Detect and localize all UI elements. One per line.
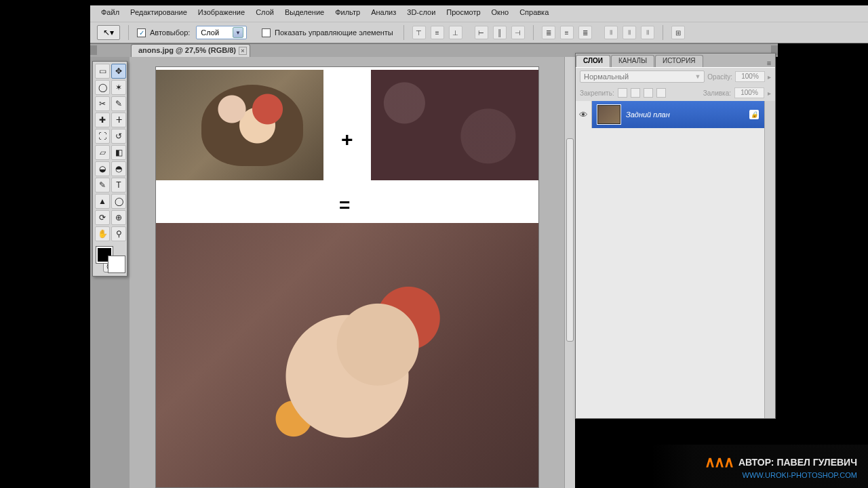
menu-image[interactable]: Изображение [193, 5, 250, 22]
menu-window[interactable]: Окно [486, 5, 515, 22]
blend-mode-dropdown[interactable]: Нормальный ▼ [580, 70, 705, 83]
fill-value[interactable]: 100% [734, 87, 764, 98]
document-canvas[interactable]: + = [156, 67, 538, 487]
menu-help[interactable]: Справка [514, 5, 554, 22]
layer-visibility-toggle[interactable]: 👁 [576, 101, 592, 128]
gradient-tool[interactable]: ◧ [111, 145, 126, 160]
document-tab[interactable]: anons.jpg @ 27,5% (RGB/8) × [131, 44, 250, 58]
layer-row[interactable]: 👁 Задний план 🔒 [576, 101, 764, 128]
distribute-hcenter-button[interactable]: ⦀ [623, 26, 636, 39]
distribute-vcenter-button[interactable]: ≡ [560, 26, 574, 39]
fill-label: Заливка: [703, 89, 731, 97]
distribute-bottom-button[interactable]: ≣ [578, 26, 592, 39]
menu-select[interactable]: Выделение [279, 5, 330, 22]
eraser-tool[interactable]: ▱ [95, 145, 110, 160]
separator [128, 25, 129, 40]
separator [663, 25, 663, 40]
tutorial-image-source-a [156, 70, 323, 180]
lasso-tool[interactable]: ◯ [95, 80, 110, 95]
tab-history[interactable]: ИСТОРИЯ [655, 55, 703, 67]
tab-channels[interactable]: КАНАЛЫ [611, 55, 654, 67]
lock-position-icon[interactable] [644, 88, 653, 98]
align-top-edges-button[interactable]: ⊤ [412, 26, 426, 39]
align-left-edges-button[interactable]: ⊢ [475, 26, 488, 39]
fill-arrow-icon[interactable]: ▸ [768, 89, 771, 97]
lock-pixels-icon[interactable] [631, 88, 640, 98]
move-tool[interactable]: ✥ [111, 64, 126, 79]
blend-mode-value: Нормальный [584, 73, 629, 81]
blur-tool[interactable]: ◒ [95, 161, 110, 176]
layers-scrollbar[interactable] [764, 101, 775, 418]
quick-select-tool[interactable]: ✶ [111, 80, 126, 95]
close-tab-icon[interactable]: × [239, 47, 247, 55]
slice-tool[interactable]: ✎ [111, 96, 126, 111]
lock-transparency-icon[interactable] [618, 88, 627, 98]
path-select-tool[interactable]: ▲ [95, 194, 110, 209]
align-bottom-edges-button[interactable]: ⊥ [449, 26, 462, 39]
menu-3d[interactable]: 3D-слои [401, 5, 441, 22]
dodge-tool[interactable]: ◓ [111, 161, 126, 176]
lock-icon: 🔒 [749, 110, 759, 119]
menu-view[interactable]: Просмотр [441, 5, 486, 22]
distribute-left-button[interactable]: ⦀ [604, 26, 618, 39]
auto-align-button[interactable]: ⊞ [671, 26, 685, 39]
pen-tool[interactable]: ✎ [95, 178, 110, 192]
shape-tool[interactable]: ◯ [111, 194, 126, 209]
menu-filter[interactable]: Фильтр [330, 5, 366, 22]
menu-analysis[interactable]: Анализ [366, 5, 401, 22]
hand-tool[interactable]: ✋ [95, 226, 110, 241]
3d-rotate-tool[interactable]: ⟳ [95, 210, 110, 225]
marquee-tool[interactable]: ▭ [95, 64, 110, 79]
lock-all-icon[interactable] [656, 88, 666, 98]
layer-item-selected[interactable]: Задний план 🔒 [592, 101, 764, 128]
healing-brush-tool[interactable]: ✚ [95, 113, 110, 127]
menu-edit[interactable]: Редактирование [125, 5, 193, 22]
layers-blend-row: Нормальный ▼ Opacity: 100% ▸ [576, 67, 775, 85]
layer-name: Задний план [626, 110, 670, 119]
color-swatches [95, 245, 126, 274]
panel-tabs: СЛОИ КАНАЛЫ ИСТОРИЯ ≡ [576, 54, 775, 67]
auto-select-checkbox[interactable]: ✓ [137, 28, 146, 37]
distribute-right-button[interactable]: ⦀ [641, 26, 654, 39]
history-brush-tool[interactable]: ↺ [111, 129, 126, 144]
video-watermark: ∧∧∧ АВТОР: ПАВЕЛ ГУЛЕВИЧ WWW.UROKI-PHOTO… [651, 445, 868, 488]
crop-tool[interactable]: ✂ [95, 96, 110, 111]
show-transform-label: Показать управляющие элементы [275, 28, 395, 37]
align-vcenter-button[interactable]: ≡ [431, 26, 444, 39]
canvas-vertical-scrollbar[interactable] [564, 57, 575, 488]
clone-stamp-tool[interactable]: ⛶ [95, 129, 110, 144]
3d-orbit-tool[interactable]: ⊕ [111, 210, 126, 225]
type-tool[interactable]: T [111, 178, 126, 192]
auto-select-target-dropdown[interactable]: Слой ▼ [196, 26, 247, 39]
chevron-down-icon: ▼ [233, 27, 243, 38]
auto-select-label: Автовыбор: [150, 28, 192, 37]
auto-select-value: Слой [201, 28, 219, 37]
tab-layers[interactable]: СЛОИ [576, 55, 610, 67]
menu-layer[interactable]: Слой [250, 5, 279, 22]
brush-tool[interactable]: ⵜ [111, 113, 126, 127]
background-color-swatch[interactable] [108, 256, 125, 272]
zoom-tool[interactable]: ⚲ [111, 226, 126, 241]
distribute-top-button[interactable]: ≣ [542, 26, 555, 39]
expand-dock-left-icon[interactable] [90, 45, 97, 55]
show-transform-checkbox[interactable] [262, 28, 271, 37]
right-black-bar [778, 0, 868, 488]
watermark-author-prefix: АВТОР: [738, 457, 774, 468]
opacity-label: Opacity: [707, 73, 732, 81]
opacity-value[interactable]: 100% [735, 71, 765, 82]
align-hcenter-button[interactable]: ║ [493, 26, 507, 39]
opacity-arrow-icon[interactable]: ▸ [768, 73, 771, 81]
watermark-author-name: ПАВЕЛ ГУЛЕВИЧ [776, 457, 857, 468]
options-bar: ↖▾ ✓ Автовыбор: Слой ▼ Показать управляю… [90, 22, 868, 43]
scrollbar-thumb[interactable] [566, 138, 574, 342]
menu-file[interactable]: Файл [96, 5, 125, 22]
separator [533, 25, 534, 40]
panel-menu-icon[interactable]: ≡ [763, 59, 775, 67]
tool-preset-picker[interactable]: ↖▾ [97, 25, 120, 40]
align-right-edges-button[interactable]: ⊣ [511, 26, 525, 39]
layers-panel: СЛОИ КАНАЛЫ ИСТОРИЯ ≡ Нормальный ▼ Opaci… [575, 53, 776, 419]
separator [403, 25, 404, 40]
tools-panel: ▭ ✥ ◯ ✶ ✂ ✎ ✚ ⵜ ⛶ ↺ ▱ ◧ ◒ ◓ ✎ T ▲ ◯ ⟳ ⊕ … [92, 61, 127, 277]
menu-bar: Файл Редактирование Изображение Слой Выд… [90, 5, 868, 22]
lock-label: Закрепить: [580, 89, 614, 97]
